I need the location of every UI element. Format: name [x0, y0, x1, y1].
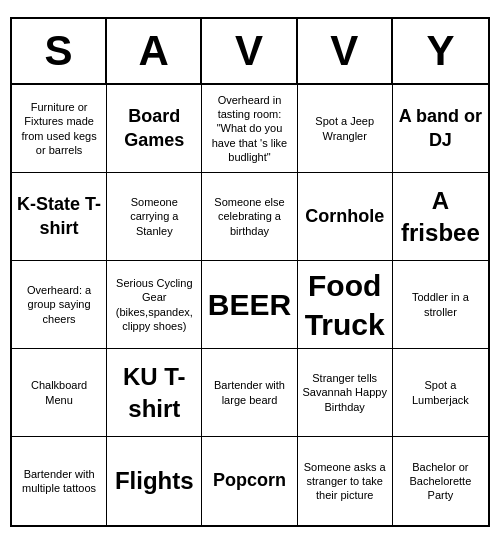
- header-letter-V: V: [298, 19, 393, 83]
- bingo-cell-19: Spot a Lumberjack: [393, 349, 488, 437]
- cell-text-5: K-State T-shirt: [16, 193, 102, 240]
- bingo-cell-18: Stranger tells Savannah Happy Birthday: [298, 349, 393, 437]
- bingo-cell-1: Board Games: [107, 85, 202, 173]
- cell-text-16: KU T-shirt: [111, 361, 197, 423]
- bingo-cell-13: Food Truck: [298, 261, 393, 349]
- cell-text-17: Bartender with large beard: [206, 378, 292, 407]
- cell-text-21: Flights: [111, 465, 197, 496]
- cell-text-19: Spot a Lumberjack: [397, 378, 484, 407]
- bingo-cell-10: Overheard: a group saying cheers: [12, 261, 107, 349]
- header-letter-V: V: [202, 19, 297, 83]
- cell-text-15: Chalkboard Menu: [16, 378, 102, 407]
- bingo-cell-23: Someone asks a stranger to take their pi…: [298, 437, 393, 525]
- header-letter-Y: Y: [393, 19, 488, 83]
- cell-text-0: Furniture or Fixtures made from used keg…: [16, 100, 102, 157]
- bingo-cell-9: A frisbee: [393, 173, 488, 261]
- cell-text-18: Stranger tells Savannah Happy Birthday: [302, 371, 388, 414]
- cell-text-20: Bartender with multiple tattoos: [16, 467, 102, 496]
- bingo-card: SAVVY Furniture or Fixtures made from us…: [10, 17, 490, 527]
- bingo-cell-20: Bartender with multiple tattoos: [12, 437, 107, 525]
- cell-text-6: Someone carrying a Stanley: [111, 195, 197, 238]
- bingo-cell-6: Someone carrying a Stanley: [107, 173, 202, 261]
- bingo-cell-17: Bartender with large beard: [202, 349, 297, 437]
- bingo-cell-12: BEER: [202, 261, 297, 349]
- bingo-cell-14: Toddler in a stroller: [393, 261, 488, 349]
- cell-text-13: Food Truck: [302, 266, 388, 344]
- cell-text-7: Someone else celebrating a birthday: [206, 195, 292, 238]
- bingo-cell-22: Popcorn: [202, 437, 297, 525]
- cell-text-4: A band or DJ: [397, 105, 484, 152]
- bingo-cell-7: Someone else celebrating a birthday: [202, 173, 297, 261]
- cell-text-24: Bachelor or Bachelorette Party: [397, 460, 484, 503]
- bingo-cell-3: Spot a Jeep Wrangler: [298, 85, 393, 173]
- cell-text-22: Popcorn: [206, 469, 292, 492]
- bingo-header: SAVVY: [12, 19, 488, 85]
- cell-text-9: A frisbee: [397, 185, 484, 247]
- bingo-cell-24: Bachelor or Bachelorette Party: [393, 437, 488, 525]
- bingo-cell-11: Serious Cycling Gear (bikes,spandex, cli…: [107, 261, 202, 349]
- cell-text-10: Overheard: a group saying cheers: [16, 283, 102, 326]
- bingo-cell-2: Overheard in tasting room: "What do you …: [202, 85, 297, 173]
- cell-text-2: Overheard in tasting room: "What do you …: [206, 93, 292, 164]
- header-letter-S: S: [12, 19, 107, 83]
- bingo-grid: Furniture or Fixtures made from used keg…: [12, 85, 488, 525]
- cell-text-1: Board Games: [111, 105, 197, 152]
- bingo-cell-4: A band or DJ: [393, 85, 488, 173]
- cell-text-14: Toddler in a stroller: [397, 290, 484, 319]
- bingo-cell-16: KU T-shirt: [107, 349, 202, 437]
- bingo-cell-0: Furniture or Fixtures made from used keg…: [12, 85, 107, 173]
- bingo-cell-8: Cornhole: [298, 173, 393, 261]
- header-letter-A: A: [107, 19, 202, 83]
- bingo-cell-5: K-State T-shirt: [12, 173, 107, 261]
- cell-text-11: Serious Cycling Gear (bikes,spandex, cli…: [111, 276, 197, 333]
- cell-text-23: Someone asks a stranger to take their pi…: [302, 460, 388, 503]
- cell-text-8: Cornhole: [302, 205, 388, 228]
- bingo-cell-15: Chalkboard Menu: [12, 349, 107, 437]
- cell-text-3: Spot a Jeep Wrangler: [302, 114, 388, 143]
- cell-text-12: BEER: [206, 285, 292, 324]
- bingo-cell-21: Flights: [107, 437, 202, 525]
